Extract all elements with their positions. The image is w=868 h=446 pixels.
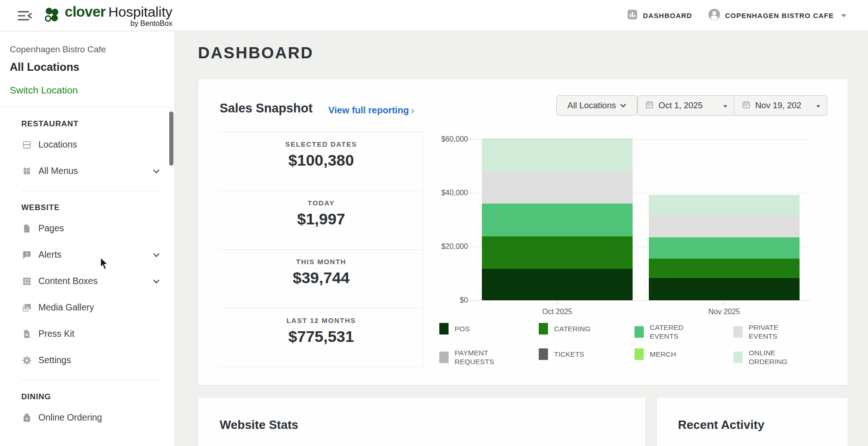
bar-segment-catered-events[interactable] xyxy=(482,204,633,236)
collapse-sidebar-icon[interactable] xyxy=(17,8,35,23)
start-date-value: Oct 1, 2025 xyxy=(659,100,703,111)
legend-item-pos: POS xyxy=(439,323,470,334)
sidebar-item-locations[interactable]: Locations xyxy=(0,131,174,158)
stat-value: $100,380 xyxy=(220,151,423,169)
bar-segment-online-ordering[interactable] xyxy=(649,195,800,215)
sidebar-item-pages[interactable]: Pages xyxy=(0,215,174,242)
storefront-icon xyxy=(21,139,32,150)
chevron-down-icon xyxy=(620,104,626,108)
legend-item-tickets: TICKETS xyxy=(539,348,584,360)
legend-swatch xyxy=(539,323,548,334)
switch-location-link[interactable]: Switch Location xyxy=(10,85,78,96)
stat-value: $39,744 xyxy=(220,269,423,287)
sidebar-item-label: Content Boxes xyxy=(38,276,98,286)
legend-swatch xyxy=(733,326,743,338)
sidebar-divider xyxy=(21,380,160,380)
bar-segment-catered-events[interactable] xyxy=(649,237,800,259)
alert-icon xyxy=(21,249,32,260)
sales-snapshot-title: Sales Snapshot xyxy=(220,101,313,116)
stat-last-12-months: LAST 12 MONTHS$775,531 xyxy=(220,308,423,367)
end-date-picker[interactable]: Nov 19, 202 xyxy=(734,96,827,115)
brand-byline: by BentoBox xyxy=(130,19,172,28)
grid-icon xyxy=(21,276,32,287)
sidebar-current-location: All Locations xyxy=(10,61,174,74)
legend-swatch xyxy=(634,348,644,360)
gear-icon xyxy=(21,355,32,366)
sidebar-item-press-kit[interactable]: Press Kit xyxy=(0,321,174,347)
sidebar-divider xyxy=(21,191,160,191)
bar-segment-private-events[interactable] xyxy=(482,171,633,204)
sidebar-item-label: Pages xyxy=(38,223,64,234)
y-axis-tick xyxy=(469,247,474,247)
date-range-picker: Oct 1, 2025 Nov 19, 202 xyxy=(637,95,827,116)
sidebar-divider xyxy=(0,107,174,107)
x-axis-tick xyxy=(557,301,558,304)
nav-dashboard[interactable]: DASHBOARD xyxy=(627,9,692,22)
bar-segment-private-events[interactable] xyxy=(649,215,800,237)
sidebar-item-alerts[interactable]: Alerts xyxy=(0,242,174,268)
stat-label: TODAY xyxy=(220,199,423,207)
brand-logo[interactable]: cloverHospitality by BentoBox xyxy=(43,4,172,27)
sidebar-sections: RESTAURANTLocationsAll MenusWEBSITEPages… xyxy=(0,119,174,431)
sidebar-item-media-gallery[interactable]: Media Gallery xyxy=(0,294,174,321)
start-date-picker[interactable]: Oct 1, 2025 xyxy=(638,96,734,115)
y-axis-tick xyxy=(469,193,474,193)
sidebar-item-label: Online Ordering xyxy=(38,412,102,423)
x-axis-label: Nov 2025 xyxy=(649,308,800,316)
bar-segment-catering[interactable] xyxy=(482,236,633,269)
sidebar-item-label: Media Gallery xyxy=(38,302,94,313)
legend-item-catering: CATERING xyxy=(539,323,591,334)
legend-label: POS xyxy=(455,324,470,333)
bar-segment-pos[interactable] xyxy=(649,278,800,300)
website-stats-title: Website Stats xyxy=(220,418,298,432)
chevron-down-icon[interactable] xyxy=(152,167,160,175)
legend-item-merch: MERCH xyxy=(634,348,676,360)
x-axis-tick xyxy=(724,301,725,304)
sidebar-item-all-menus[interactable]: All Menus xyxy=(0,158,174,184)
chevron-down-icon[interactable] xyxy=(152,277,160,285)
online-ordering-icon xyxy=(21,412,32,423)
top-header: cloverHospitality by BentoBox DASHBOARD … xyxy=(0,0,868,31)
y-axis-label: $40,000 xyxy=(426,189,468,197)
legend-swatch xyxy=(539,348,548,360)
locations-filter-dropdown[interactable]: All Locations xyxy=(556,95,637,116)
dashboard-chart-icon xyxy=(627,9,638,22)
legend-label: PRIVATE EVENTS xyxy=(749,323,809,341)
y-axis-label: $60,000 xyxy=(426,135,468,143)
brand-hospitality: Hospitality xyxy=(108,4,172,19)
page-icon xyxy=(21,223,32,234)
page-title: DASHBOARD xyxy=(198,43,314,62)
legend-label: CATERING xyxy=(554,324,591,333)
sidebar-item-content-boxes[interactable]: Content Boxes xyxy=(0,268,174,294)
caret-down-icon xyxy=(713,101,727,110)
bar-segment-catering[interactable] xyxy=(649,259,800,278)
chevron-down-icon[interactable] xyxy=(152,251,160,259)
legend-item-online-ordering: ONLINE ORDERING xyxy=(733,348,809,366)
bar-segment-pos[interactable] xyxy=(482,269,633,300)
stat-selected-dates: SELECTED DATES$100,380 xyxy=(220,132,423,191)
recent-activity-title: Recent Activity xyxy=(678,418,764,432)
sidebar-item-label: Locations xyxy=(38,139,77,150)
calendar-icon xyxy=(645,100,654,111)
sidebar-item-online-ordering[interactable]: Online Ordering xyxy=(0,404,174,431)
stat-label: SELECTED DATES xyxy=(220,140,423,148)
y-axis-tick xyxy=(469,139,474,140)
sidebar-scrollbar-thumb[interactable] xyxy=(169,112,173,166)
legend-swatch xyxy=(634,326,644,338)
stat-value: $775,531 xyxy=(220,328,423,346)
end-date-value: Nov 19, 202 xyxy=(755,100,801,111)
sidebar-item-settings[interactable]: Settings xyxy=(0,347,174,373)
stat-value: $1,997 xyxy=(220,210,423,228)
y-axis-label: $0 xyxy=(426,296,468,304)
account-label: COPENHAGEN BISTRO CAFE xyxy=(725,12,834,19)
sidebar: Copenhagen Bistro Cafe All Locations Swi… xyxy=(0,31,175,446)
sidebar-section-title-website: WEBSITE xyxy=(21,203,174,212)
brand-clover: clover xyxy=(65,4,105,20)
stat-this-month: THIS MONTH$39,744 xyxy=(220,249,423,308)
chevron-right-icon: › xyxy=(411,105,414,115)
sidebar-section-title-dining: DINING xyxy=(21,392,174,402)
legend-item-private-events: PRIVATE EVENTS xyxy=(733,323,809,341)
account-menu[interactable]: COPENHAGEN BISTRO CAFE xyxy=(708,8,847,23)
bar-segment-online-ordering[interactable] xyxy=(482,138,633,171)
view-full-reporting-link[interactable]: View full reporting› xyxy=(328,105,414,116)
